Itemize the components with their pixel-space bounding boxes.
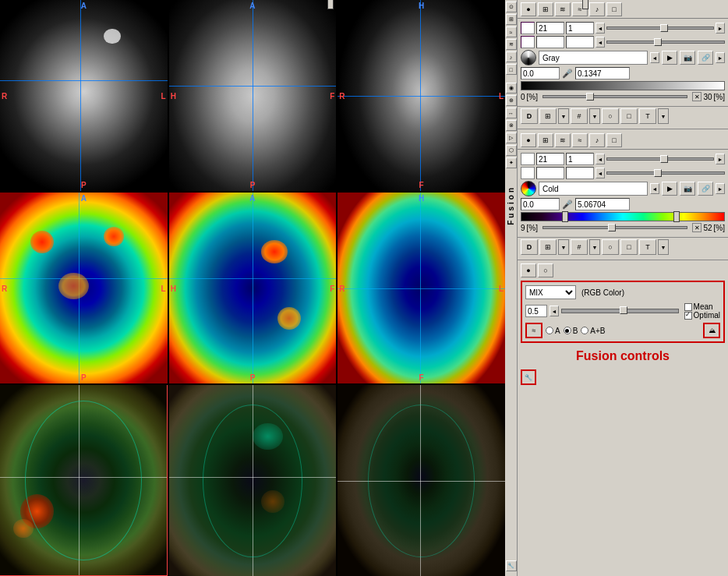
p1-arrow-right[interactable]: ► xyxy=(716,23,725,34)
radio-B-circle[interactable] xyxy=(564,327,571,334)
p2-grad-thumb2[interactable] xyxy=(673,211,680,222)
p2-checkbox[interactable] xyxy=(521,153,535,165)
p2-arrow-left[interactable]: ◄ xyxy=(595,154,605,164)
p2-radio-btn[interactable]: ≈ xyxy=(572,133,588,147)
p2-min-val[interactable]: 0.0 xyxy=(521,198,560,210)
p1-arrow-left[interactable]: ◄ xyxy=(595,23,605,34)
p2-play[interactable]: ▶ xyxy=(662,182,677,196)
p2-render-hash[interactable]: # xyxy=(571,239,588,255)
p1-circle-btn[interactable]: ● xyxy=(521,2,536,16)
tb-btn-12[interactable]: ⬡ xyxy=(506,145,517,156)
p2-grid-btn[interactable]: ⊞ xyxy=(538,133,553,147)
p1-grad-thumb2[interactable] xyxy=(582,0,588,9)
tb-btn-7[interactable]: ◉ xyxy=(506,83,517,94)
p1-render-circle[interactable]: ○ xyxy=(602,108,619,124)
p1-note-btn[interactable]: ♪ xyxy=(589,2,605,16)
p2-camera[interactable]: 📷 xyxy=(680,182,695,196)
p1-arrow-left2[interactable]: ◄ xyxy=(595,37,605,48)
p2-wave-btn[interactable]: ≋ xyxy=(555,133,571,147)
p1-cm-left[interactable]: ◄ xyxy=(650,52,659,63)
p2-cm-right[interactable]: ► xyxy=(716,183,725,194)
tb-btn-10[interactable]: ⊗ xyxy=(506,120,517,131)
p2-grad-thumb[interactable] xyxy=(562,211,568,222)
p2-circle-btn[interactable]: ● xyxy=(521,133,536,147)
fusion-circle-btn[interactable]: ● xyxy=(521,263,536,277)
p2-slider2[interactable] xyxy=(606,171,725,175)
radio-AB[interactable]: A+B xyxy=(581,327,605,335)
p2-gradient-bar[interactable] xyxy=(521,212,725,221)
tb-btn-2[interactable]: ⊞ xyxy=(506,14,517,25)
fusion-mean-checkbox[interactable] xyxy=(684,303,692,311)
p1-min-val[interactable]: 0.0 xyxy=(521,67,560,80)
fusion-mountain-btn[interactable]: ⛰ xyxy=(703,323,720,338)
pet-axial-1[interactable]: A P R L xyxy=(0,193,168,383)
p2-render-square[interactable]: □ xyxy=(620,239,638,255)
p1-render-hash[interactable]: # xyxy=(571,108,588,124)
p1-input4[interactable] xyxy=(566,36,594,48)
p2-render-grid[interactable]: ⊞ xyxy=(539,239,557,255)
pet-coronal[interactable]: H F R L xyxy=(337,193,505,383)
p1-dd3[interactable]: ▼ xyxy=(658,108,669,124)
tb-btn-13[interactable]: ✦ xyxy=(506,157,517,168)
mri-coronal[interactable]: H F R L xyxy=(337,0,505,191)
fusion-circle2-btn[interactable]: ○ xyxy=(538,263,553,277)
p1-render-d[interactable]: D xyxy=(521,108,538,124)
p2-cm-left[interactable]: ◄ xyxy=(650,183,659,194)
p2-link[interactable]: 🔗 xyxy=(698,182,713,196)
p1-grad-thumb[interactable] xyxy=(327,0,334,9)
fusion-slider-val[interactable]: 0.5 xyxy=(525,305,547,317)
fusion-arr-left[interactable]: ◄ xyxy=(550,306,559,316)
p1-cm-right[interactable]: ► xyxy=(716,52,725,63)
p1-render-square[interactable]: □ xyxy=(620,108,638,124)
tb-btn-9[interactable]: ↔ xyxy=(506,108,517,118)
tb-btn-1[interactable]: ⊙ xyxy=(506,2,517,12)
p1-checkbox[interactable] xyxy=(521,22,535,34)
fusion-axial-2[interactable] xyxy=(169,385,337,576)
fusion-slider-thumb[interactable] xyxy=(620,306,627,314)
p1-dd2[interactable]: ▼ xyxy=(589,108,600,124)
tb-btn-11[interactable]: ▷ xyxy=(506,133,517,143)
p2-input3[interactable] xyxy=(536,167,564,179)
fusion-wave-icon-btn[interactable]: ≈ xyxy=(525,323,542,338)
p1-camera[interactable]: 📷 xyxy=(680,51,695,65)
p2-input1[interactable]: 21 xyxy=(536,153,564,165)
p2-arrow-right[interactable]: ► xyxy=(716,154,725,164)
p2-dd1[interactable]: ▼ xyxy=(558,239,569,255)
p2-dd3[interactable]: ▼ xyxy=(658,239,669,255)
p2-render-d[interactable]: D xyxy=(521,239,538,255)
mri-axial-2[interactable]: A P H F xyxy=(169,0,337,191)
p1-grid-btn[interactable]: ⊞ xyxy=(538,2,553,16)
tb-btn-4[interactable]: ≋ xyxy=(506,39,517,50)
tb-btn-8[interactable]: ⊕ xyxy=(506,95,517,106)
p2-square-btn[interactable]: □ xyxy=(606,133,622,147)
bottom-red-btn[interactable]: 🔧 xyxy=(521,369,536,385)
tb-btn-3[interactable]: ≈ xyxy=(506,27,517,37)
p1-pct-slider[interactable] xyxy=(542,95,687,98)
p2-arrow-left2[interactable]: ◄ xyxy=(595,168,605,178)
radio-A-circle[interactable] xyxy=(546,327,553,334)
p1-input2[interactable]: 1 xyxy=(566,22,594,34)
p1-link[interactable]: 🔗 xyxy=(698,51,713,65)
p1-play[interactable]: ▶ xyxy=(662,51,677,65)
p1-slider2[interactable] xyxy=(606,41,725,44)
p2-pct-slider[interactable] xyxy=(542,226,687,229)
p2-max-val[interactable]: 5.06704 xyxy=(575,198,630,210)
p1-wave-btn[interactable]: ≋ xyxy=(555,2,571,16)
p1-render-t[interactable]: T xyxy=(639,108,656,124)
tb-btn-5[interactable]: ♪ xyxy=(506,51,517,62)
tb-btn-bottom[interactable]: 🔧 xyxy=(506,560,517,571)
p1-input1[interactable]: 21 xyxy=(536,22,564,34)
p2-render-circle[interactable]: ○ xyxy=(602,239,619,255)
p1-gradient-bar[interactable] xyxy=(521,81,725,90)
p1-dd1[interactable]: ▼ xyxy=(558,108,569,124)
p2-slider[interactable] xyxy=(606,157,714,161)
tb-btn-6[interactable]: □ xyxy=(506,64,517,75)
fusion-mix-select[interactable]: MIX ADD SUBTRACT xyxy=(525,285,576,299)
p1-slider[interactable] xyxy=(606,27,714,30)
p2-input2[interactable]: 1 xyxy=(566,153,594,165)
fusion-axial-1[interactable] xyxy=(0,385,168,576)
p2-dd2[interactable]: ▼ xyxy=(589,239,600,255)
mri-axial-1[interactable]: A P R L xyxy=(0,0,168,191)
p2-checkbox2[interactable] xyxy=(521,167,535,179)
p1-render-grid[interactable]: ⊞ xyxy=(539,108,557,124)
